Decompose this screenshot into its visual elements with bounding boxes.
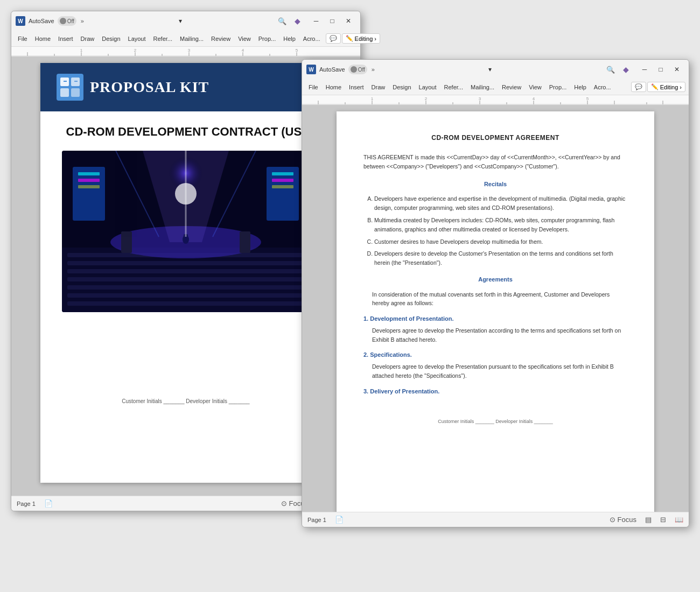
svg-text:1: 1 [80, 48, 83, 53]
maximize-button-2[interactable]: □ [653, 64, 668, 75]
tab-file-1[interactable]: File [15, 34, 31, 43]
copilot-icon-1[interactable]: ◆ [291, 15, 303, 27]
toggle-off-label-2: Off [358, 67, 365, 73]
tab-review-1[interactable]: Review [208, 34, 234, 43]
svg-text:2: 2 [134, 48, 137, 53]
toggle-dot-2 [351, 66, 357, 73]
svg-text:1: 1 [371, 96, 374, 101]
window-controls-1: ─ □ ✕ [309, 15, 356, 27]
minimize-button-2[interactable]: ─ [637, 64, 652, 75]
more-options-2[interactable]: » [372, 66, 375, 73]
svg-rect-29 [67, 293, 304, 298]
autosave-label-2: AutoSave [319, 66, 345, 73]
svg-text:4: 4 [242, 48, 244, 53]
tab-acrobat-1[interactable]: Acro... [300, 34, 324, 43]
tab-layout-2[interactable]: Layout [416, 83, 440, 91]
ruler-1: 1 2 3 4 5 [11, 47, 360, 57]
editing-label-1: Editing [355, 36, 373, 42]
toggle-dot-1 [60, 18, 66, 24]
title-bar-1: W AutoSave Off » ▾ 🔍 ◆ ─ □ ✕ [11, 11, 360, 31]
more-options-1[interactable]: » [81, 18, 84, 24]
focus-icon-2[interactable]: ⊙ Focus [610, 516, 636, 524]
title-bar-2: W AutoSave Off » ▾ 🔍 ◆ ─ □ ✕ [302, 60, 689, 79]
editing-button-2[interactable]: ✏️ Editing › [647, 82, 685, 92]
close-button-1[interactable]: ✕ [341, 15, 356, 27]
tab-help-2[interactable]: Help [571, 83, 590, 91]
svg-rect-43 [121, 231, 132, 253]
cover-doc-title: CD-ROM DEVELOPMENT CONTRACT (US) [62, 124, 310, 140]
tab-insert-1[interactable]: Insert [55, 34, 76, 43]
svg-rect-38 [78, 179, 100, 182]
autosave-toggle-1[interactable]: Off [58, 16, 76, 26]
view-icon-read-2[interactable]: 📖 [675, 516, 683, 524]
tab-home-1[interactable]: Home [32, 34, 54, 43]
tab-view-1[interactable]: View [235, 34, 254, 43]
recital-item-d: Developers desire to develop the Custome… [374, 249, 627, 267]
window-controls-2: ─ □ ✕ [637, 64, 684, 75]
tab-help-1[interactable]: Help [280, 34, 299, 43]
cover-header: PROPOSAL KIT [40, 63, 331, 111]
section-3-heading: 3. Delivery of Presentation. [363, 387, 627, 397]
cover-logo-text: PROPOSAL KIT [90, 79, 209, 96]
tab-acrobat-2[interactable]: Acro... [591, 83, 614, 91]
editing-button-1[interactable]: ✏️ Editing › [342, 33, 380, 44]
comment-button-1[interactable]: 💬 [326, 33, 341, 44]
svg-rect-37 [78, 172, 100, 175]
copilot-icon-2[interactable]: ◆ [620, 64, 632, 75]
recitals-title: Recitals [363, 180, 627, 189]
tab-review-2[interactable]: Review [499, 83, 524, 91]
svg-rect-0 [11, 47, 360, 57]
tab-insert-2[interactable]: Insert [346, 83, 367, 91]
tab-file-2[interactable]: File [305, 83, 321, 91]
tab-draw-1[interactable]: Draw [78, 34, 98, 43]
svg-text:3: 3 [479, 96, 481, 101]
doc-title-2: ▾ [488, 66, 492, 73]
doc-stats-icon-1[interactable]: 📄 [44, 499, 53, 508]
search-button-2[interactable]: 🔍 [605, 64, 617, 75]
section-1-text: Developers agree to develop the Presenta… [372, 326, 627, 344]
status-page-1: Page 1 [17, 501, 36, 507]
recitals-list: Developers have experience and expertise… [374, 194, 627, 267]
tab-draw-2[interactable]: Draw [368, 83, 389, 91]
ruler-svg-1: 1 2 3 4 5 [11, 47, 360, 57]
svg-text:4: 4 [533, 96, 535, 101]
autosave-label-1: AutoSave [29, 18, 54, 24]
word-window-2: W AutoSave Off » ▾ 🔍 ◆ ─ □ ✕ File Home I… [302, 59, 689, 527]
autosave-toggle-2[interactable]: Off [348, 65, 367, 74]
tab-references-1[interactable]: Refer... [150, 34, 176, 43]
tab-design-1[interactable]: Design [99, 34, 123, 43]
contract-title: CD-ROM DEVELOPMENT AGREEMENT [363, 133, 627, 143]
svg-rect-40 [272, 172, 293, 175]
doc-stats-icon-2[interactable]: 📄 [335, 516, 344, 524]
tab-mailings-2[interactable]: Mailing... [467, 83, 498, 91]
close-button-2[interactable]: ✕ [669, 64, 684, 75]
ribbon-1: File Home Insert Draw Design Layout Refe… [11, 31, 360, 47]
tab-proofing-2[interactable]: Prop... [546, 83, 570, 91]
section-1-heading: 1. Development of Presentation. [363, 314, 627, 324]
pencil-icon-1: ✏️ [346, 35, 353, 42]
svg-rect-21 [71, 88, 80, 97]
agreements-title: Agreements [363, 275, 627, 285]
view-icon-web-2[interactable]: ⊟ [660, 516, 666, 524]
minimize-button-1[interactable]: ─ [309, 15, 324, 27]
tab-layout-1[interactable]: Layout [125, 34, 149, 43]
view-icon-print-2[interactable]: ▤ [645, 516, 652, 524]
ruler-2: 1 2 3 4 5 [302, 95, 689, 105]
tab-home-2[interactable]: Home [323, 83, 345, 91]
contract-footer-initials: Customer Initials _______ Developer Init… [363, 418, 627, 425]
page-1: PROPOSAL KIT CD-ROM DEVELOPMENT CONTRACT… [40, 63, 331, 483]
search-button-1[interactable]: 🔍 [276, 15, 288, 27]
pencil-icon-2: ✏️ [651, 83, 659, 90]
svg-text:5: 5 [296, 48, 298, 53]
cover-image [62, 151, 310, 312]
tab-design-2[interactable]: Design [389, 83, 414, 91]
section-2-heading: 2. Specifications. [363, 350, 627, 360]
cover-body: CD-ROM DEVELOPMENT CONTRACT (US) [40, 111, 331, 417]
tab-references-2[interactable]: Refer... [441, 83, 466, 91]
tab-proofing-1[interactable]: Prop... [255, 34, 279, 43]
tab-mailings-1[interactable]: Mailing... [177, 34, 207, 43]
tab-view-2[interactable]: View [526, 83, 545, 91]
maximize-button-1[interactable]: □ [325, 15, 340, 27]
comment-button-2[interactable]: 💬 [631, 82, 646, 92]
svg-text:3: 3 [188, 48, 191, 53]
